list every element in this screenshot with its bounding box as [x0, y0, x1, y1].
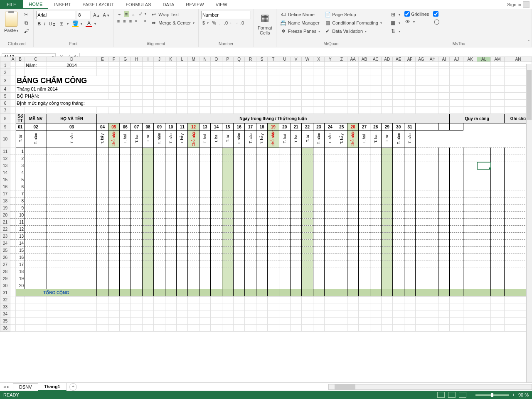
cell[interactable]	[463, 303, 477, 310]
cell[interactable]	[290, 62, 301, 69]
cell[interactable]	[131, 76, 142, 86]
cell[interactable]	[404, 318, 415, 325]
cell[interactable]	[463, 86, 477, 93]
cell[interactable]	[142, 100, 153, 107]
cell[interactable]	[463, 93, 477, 100]
col-header-AK[interactable]: AK	[463, 57, 477, 62]
cell[interactable]	[325, 69, 336, 76]
cell[interactable]	[491, 100, 505, 107]
cell[interactable]	[438, 93, 450, 100]
cell[interactable]	[302, 318, 313, 325]
cell[interactable]	[477, 318, 491, 325]
cell[interactable]	[463, 254, 477, 261]
cell[interactable]	[188, 296, 199, 303]
cell[interactable]	[477, 296, 491, 303]
cell[interactable]	[16, 325, 25, 332]
view-pagebreak-button[interactable]	[459, 392, 466, 398]
cell[interactable]	[427, 310, 438, 318]
cell[interactable]	[491, 76, 505, 86]
cell[interactable]	[491, 169, 505, 176]
row-header-19[interactable]: 19	[0, 204, 10, 212]
cell[interactable]	[188, 76, 199, 86]
cell[interactable]	[131, 318, 142, 325]
cell[interactable]	[491, 197, 505, 204]
cell[interactable]	[199, 296, 210, 303]
cell[interactable]	[108, 62, 119, 69]
cell[interactable]	[279, 318, 290, 325]
col-header-V[interactable]: V	[290, 57, 301, 62]
row-header-34[interactable]: 34	[0, 310, 10, 318]
cell[interactable]	[154, 318, 165, 325]
view-normal-button[interactable]	[437, 392, 445, 398]
cell[interactable]	[382, 296, 393, 303]
cell[interactable]	[393, 69, 404, 76]
cell[interactable]	[165, 86, 176, 93]
cell[interactable]	[450, 76, 463, 86]
cell[interactable]	[359, 76, 370, 86]
sheet-tab-thang1[interactable]: Thang1	[38, 383, 66, 391]
cell[interactable]	[450, 226, 463, 233]
cell[interactable]	[347, 86, 358, 93]
cell[interactable]	[256, 303, 267, 310]
col-header-K[interactable]: K	[165, 57, 176, 62]
row-header-14[interactable]: 14	[0, 169, 10, 176]
cell[interactable]	[450, 69, 463, 76]
cell[interactable]	[370, 303, 381, 310]
cell[interactable]	[108, 325, 119, 332]
row-header-23[interactable]: 23	[0, 233, 10, 240]
row-header-20[interactable]: 20	[0, 212, 10, 219]
col-header-T[interactable]: T	[268, 57, 279, 62]
cell[interactable]	[438, 62, 450, 69]
cell[interactable]	[211, 76, 222, 86]
row-header-1[interactable]: 1	[0, 62, 10, 69]
col-header-AN[interactable]: AN	[504, 57, 532, 62]
row-header-27[interactable]: 27	[0, 261, 10, 268]
cell[interactable]	[347, 325, 358, 332]
cell[interactable]	[463, 325, 477, 332]
cell[interactable]	[427, 107, 438, 114]
cell[interactable]	[131, 62, 142, 69]
cell[interactable]	[370, 107, 381, 114]
formatpainter-button[interactable]: 🖌	[22, 27, 31, 35]
cell[interactable]	[97, 107, 108, 114]
cell[interactable]	[427, 93, 438, 100]
cell[interactable]	[222, 296, 233, 303]
cell[interactable]	[404, 296, 415, 303]
cell[interactable]	[359, 310, 370, 318]
cell[interactable]	[256, 318, 267, 325]
cell[interactable]	[165, 296, 176, 303]
cell[interactable]	[463, 212, 477, 219]
cell[interactable]	[177, 100, 188, 107]
cell[interactable]	[279, 100, 290, 107]
cell[interactable]	[120, 76, 131, 86]
cell[interactable]	[393, 318, 404, 325]
cell[interactable]	[491, 212, 505, 219]
cell[interactable]	[477, 169, 491, 176]
cell[interactable]	[450, 275, 463, 282]
number-format-select[interactable]	[201, 11, 251, 19]
cell[interactable]	[463, 100, 477, 107]
cell[interactable]	[302, 62, 313, 69]
cell[interactable]	[477, 86, 491, 93]
cell[interactable]	[477, 76, 491, 86]
cell[interactable]	[477, 190, 491, 197]
cell[interactable]	[463, 155, 477, 162]
row-header-10[interactable]: 10	[0, 131, 10, 148]
tab-insert[interactable]: INSERT	[48, 0, 76, 9]
cell[interactable]	[382, 69, 393, 76]
cell[interactable]	[491, 107, 505, 114]
underline-button[interactable]: U ▾	[47, 21, 56, 27]
cell[interactable]	[336, 318, 347, 325]
chk2[interactable]	[433, 11, 438, 17]
cell[interactable]	[279, 107, 290, 114]
cell[interactable]	[313, 69, 324, 76]
cell[interactable]	[325, 325, 336, 332]
cell[interactable]	[47, 303, 97, 310]
cell[interactable]	[16, 303, 25, 310]
cell[interactable]	[463, 183, 477, 190]
cell[interactable]	[154, 76, 165, 86]
font-size-select[interactable]	[77, 11, 91, 19]
cell[interactable]	[370, 86, 381, 93]
cell[interactable]	[325, 100, 336, 107]
cell[interactable]	[463, 197, 477, 204]
